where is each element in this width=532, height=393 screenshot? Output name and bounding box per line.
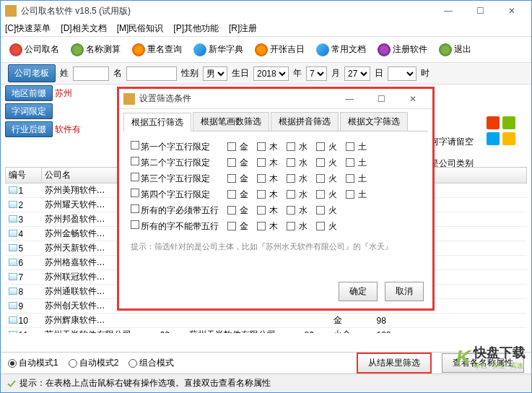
day-select[interactable]: 27 <box>344 66 370 81</box>
filter-row: 第三个字五行限定金木水火土 <box>131 170 421 186</box>
heart-icon <box>9 43 22 56</box>
elem-checkbox[interactable]: 木 <box>257 189 278 201</box>
elem-checkbox[interactable]: 火 <box>316 157 337 169</box>
col-id[interactable]: 编号 <box>6 168 42 183</box>
bottom-bar: 自动模式1 自动模式2 组合模式 从结果里筛选 查看各名称属性 <box>1 352 531 373</box>
suffix-button[interactable]: 行业后缀 <box>5 121 53 137</box>
tb-exit[interactable]: 退出 <box>435 41 476 59</box>
hour-select[interactable] <box>388 66 417 81</box>
name-input[interactable] <box>126 66 177 81</box>
tb-company-name[interactable]: 公司取名 <box>5 41 64 59</box>
elem-checkbox[interactable]: 金 <box>227 173 248 185</box>
menu-quick[interactable]: [C]快速菜单 <box>5 22 51 35</box>
tab-strokes[interactable]: 根据笔画数筛选 <box>193 112 269 131</box>
sun-icon <box>255 43 268 56</box>
elem-checkbox[interactable]: 金 <box>227 189 248 201</box>
prefix-value: 苏州 <box>55 88 72 98</box>
elem-checkbox[interactable]: 水 <box>287 173 308 185</box>
prefix-button[interactable]: 地区前缀 <box>5 85 53 101</box>
menu-register[interactable]: [R]注册 <box>229 22 257 35</box>
year-select[interactable]: 2018 <box>253 66 289 81</box>
elem-checkbox[interactable]: 水 <box>287 189 308 201</box>
dlg-maximize-button[interactable]: ☐ <box>366 91 396 107</box>
mode3-radio[interactable]: 组合模式 <box>128 357 174 369</box>
arrow-icon <box>71 43 84 56</box>
sex-select[interactable]: 男 <box>203 66 227 81</box>
tab-pinyin[interactable]: 根据拼音筛选 <box>271 112 339 131</box>
tb-common-docs[interactable]: 常用文档 <box>312 41 370 59</box>
dialog-hint: 提示：筛选针对的是公司主体，比如『苏州水天软件有限公司』的『水天』 <box>131 241 421 252</box>
filter-checkbox[interactable]: 所有的字不能带五行 <box>131 220 224 233</box>
dlg-minimize-button[interactable]: — <box>334 91 365 107</box>
filter-results-button[interactable]: 从结果里筛选 <box>357 353 432 373</box>
form-row: 公司老板 姓 名 性别 男 生日 2018 年 7 月 27 日 时 <box>1 63 531 85</box>
tb-register[interactable]: 注册软件 <box>373 41 432 59</box>
elem-checkbox[interactable]: 金 <box>227 157 248 169</box>
filter-checkbox[interactable]: 第三个字五行限定 <box>131 173 224 185</box>
limit-button[interactable]: 字词限定 <box>5 103 53 119</box>
tab-wuxing[interactable]: 根据五行筛选 <box>123 113 191 131</box>
elem-checkbox[interactable]: 水 <box>287 157 308 169</box>
name-label: 名 <box>113 67 122 79</box>
filter-checkbox[interactable]: 第四个字五行限定 <box>131 189 224 201</box>
mode1-radio[interactable]: 自动模式1 <box>8 357 58 369</box>
suffix-value: 软件有 <box>55 124 81 134</box>
elem-checkbox[interactable]: 土 <box>346 173 367 185</box>
menu-folk[interactable]: [M]民俗知识 <box>117 22 164 35</box>
menubar: [C]快速菜单 [D]相关文档 [M]民俗知识 [P]其他功能 [R]注册 <box>1 21 531 37</box>
status-text: 提示：在表格上点击鼠标右键有操作选项。直接双击查看名称属性 <box>19 377 271 389</box>
elem-checkbox[interactable]: 火 <box>316 189 337 201</box>
refresh-icon <box>132 43 145 56</box>
month-select[interactable]: 7 <box>306 66 327 81</box>
filter-row: 第二个字五行限定金木水火土 <box>131 155 421 170</box>
elem-checkbox[interactable]: 金 <box>227 204 248 217</box>
elem-checkbox[interactable]: 木 <box>257 141 278 153</box>
app-icon <box>5 5 17 17</box>
close-button[interactable]: ✕ <box>497 3 527 19</box>
filter-checkbox[interactable]: 所有的字必须带五行 <box>131 204 224 217</box>
pen-icon <box>378 43 391 56</box>
filter-row: 所有的字必须带五行金木水火 <box>131 202 421 218</box>
tb-name-test[interactable]: 名称测算 <box>66 41 125 59</box>
sex-label: 性别 <box>181 67 199 79</box>
mode2-radio[interactable]: 自动模式2 <box>69 357 119 369</box>
filter-row: 第四个字五行限定金木水火土 <box>131 186 421 202</box>
elem-checkbox[interactable]: 火 <box>316 141 337 153</box>
elem-checkbox[interactable]: 水 <box>287 220 308 233</box>
surname-input[interactable] <box>73 66 109 81</box>
dlg-ok-button[interactable]: 确定 <box>339 282 378 301</box>
table-row[interactable]: 10苏州辉康软件…金98 <box>6 314 527 328</box>
dlg-close-button[interactable]: ✕ <box>398 91 428 107</box>
elem-checkbox[interactable]: 土 <box>346 157 367 169</box>
tb-dictionary[interactable]: 新华字典 <box>189 41 248 59</box>
elem-checkbox[interactable]: 火 <box>316 220 337 233</box>
elem-checkbox[interactable]: 水 <box>287 141 308 153</box>
minimize-button[interactable]: — <box>433 3 463 19</box>
tb-dup-check[interactable]: 重名查询 <box>128 41 186 59</box>
boss-button[interactable]: 公司老板 <box>8 64 56 82</box>
elem-checkbox[interactable]: 火 <box>316 204 337 217</box>
elem-checkbox[interactable]: 土 <box>346 141 367 153</box>
filter-dialog: 设置筛选条件 — ☐ ✕ 根据五行筛选 根据笔画数筛选 根据拼音筛选 根据文字筛… <box>117 87 435 311</box>
menu-docs[interactable]: [D]相关文档 <box>61 22 106 35</box>
dlg-cancel-button[interactable]: 取消 <box>385 282 424 301</box>
elem-checkbox[interactable]: 土 <box>346 189 367 201</box>
tb-lucky-date[interactable]: 开张吉日 <box>250 41 309 59</box>
elem-checkbox[interactable]: 水 <box>287 204 308 217</box>
maximize-button[interactable]: ☐ <box>465 3 495 19</box>
elem-checkbox[interactable]: 木 <box>257 157 278 169</box>
elem-checkbox[interactable]: 金 <box>227 141 248 153</box>
dialog-title: 设置筛选条件 <box>139 92 334 105</box>
tab-text[interactable]: 根据文字筛选 <box>340 112 408 131</box>
elem-checkbox[interactable]: 木 <box>257 173 278 185</box>
elem-checkbox[interactable]: 木 <box>257 204 278 217</box>
table-row[interactable]: 11苏州天尚软件有限公司62蘇州天尚軟件有限公司86火金100 <box>6 328 527 334</box>
surname-label: 姓 <box>60 67 69 79</box>
menu-other[interactable]: [P]其他功能 <box>173 22 219 35</box>
filter-checkbox[interactable]: 第一个字五行限定 <box>131 141 224 153</box>
elem-checkbox[interactable]: 木 <box>257 220 278 233</box>
site-logo: K 快盘下载绿色 · 安全 · 高速 <box>456 344 526 371</box>
elem-checkbox[interactable]: 金 <box>227 220 248 233</box>
elem-checkbox[interactable]: 火 <box>316 173 337 185</box>
filter-checkbox[interactable]: 第二个字五行限定 <box>131 157 224 169</box>
